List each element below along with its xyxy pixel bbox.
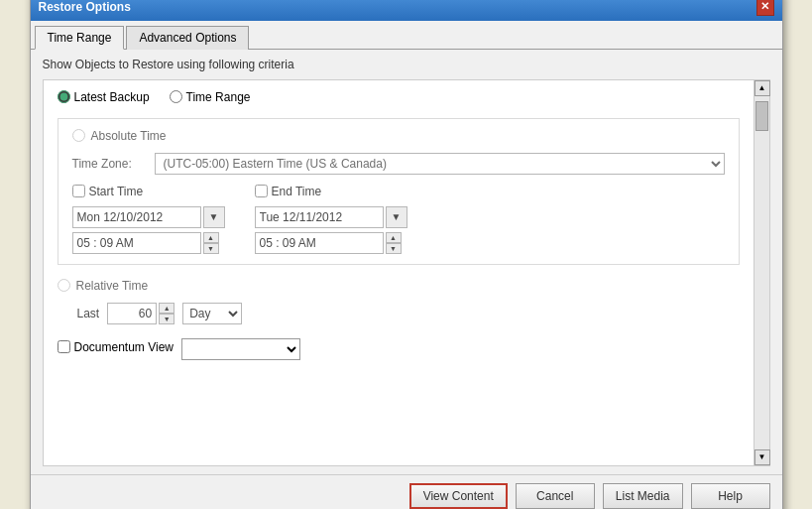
timezone-row: Time Zone: (UTC-05:00) Eastern Time (US … [72, 153, 725, 175]
time-range-radio-label[interactable]: Time Range [170, 90, 251, 104]
end-time-check-label[interactable]: End Time [255, 185, 407, 198]
start-time-check-label[interactable]: Start Time [72, 185, 225, 198]
last-up-button[interactable]: ▲ [159, 303, 174, 314]
cancel-button[interactable]: Cancel [516, 483, 595, 509]
scroll-thumb[interactable] [755, 101, 768, 131]
start-time-down-button[interactable]: ▼ [203, 243, 219, 254]
tabs-row: Time Range Advanced Options [31, 21, 782, 50]
documentum-select[interactable] [181, 338, 300, 360]
end-time-row: ▲ ▼ [255, 232, 407, 254]
end-date-input[interactable] [255, 206, 384, 228]
close-button[interactable]: ✕ [756, 0, 774, 16]
start-time-checkbox[interactable] [72, 185, 85, 197]
help-button[interactable]: Help [691, 483, 770, 509]
last-label: Last [77, 307, 100, 320]
documentum-check-label[interactable]: Documentum View [58, 340, 174, 354]
view-content-button[interactable]: View Content [409, 483, 508, 509]
start-time-input[interactable] [72, 232, 201, 254]
relative-time-title: Relative Time [58, 279, 740, 293]
absolute-time-radio[interactable] [72, 129, 85, 142]
start-time-up-button[interactable]: ▲ [203, 232, 219, 243]
end-time-col: End Time ▼ ▲ ▼ [255, 185, 407, 254]
end-time-down-button[interactable]: ▼ [386, 243, 402, 254]
datetime-row: Start Time ▼ ▲ ▼ [72, 185, 725, 254]
day-select[interactable]: Day Week Month [182, 303, 242, 324]
scroll-up-button[interactable]: ▲ [754, 80, 770, 96]
end-date-dropdown-button[interactable]: ▼ [386, 206, 407, 228]
footer: View Content Cancel List Media Help [31, 474, 782, 510]
relative-time-radio[interactable] [58, 279, 70, 292]
start-date-input[interactable] [72, 206, 201, 228]
end-time-spinner: ▲ ▼ [386, 232, 402, 254]
last-down-button[interactable]: ▼ [159, 314, 174, 324]
documentum-checkbox[interactable] [58, 340, 70, 353]
last-input[interactable] [107, 303, 157, 324]
time-range-radio[interactable] [170, 90, 182, 103]
start-time-row: ▲ ▼ [72, 232, 225, 254]
end-time-input[interactable] [255, 232, 384, 254]
list-media-button[interactable]: List Media [603, 483, 683, 509]
documentum-row: Documentum View [58, 338, 740, 360]
scrollbar: ▲ ▼ [754, 80, 769, 465]
tab-advanced-options[interactable]: Advanced Options [126, 26, 249, 50]
latest-backup-radio-label[interactable]: Latest Backup [58, 90, 150, 104]
restore-type-row: Latest Backup Time Range [58, 90, 740, 104]
end-date-row: ▼ [255, 206, 407, 228]
scroll-track [754, 96, 769, 449]
timezone-label: Time Zone: [72, 157, 147, 171]
absolute-time-section: Absolute Time Time Zone: (UTC-05:00) Eas… [58, 118, 740, 265]
start-date-row: ▼ [72, 206, 225, 228]
content-area: Show Objects to Restore using following … [31, 50, 782, 474]
latest-backup-radio[interactable] [58, 90, 70, 103]
relative-time-section: Relative Time Last ▲ ▼ Day [58, 279, 740, 324]
window-title: Restore Options [39, 0, 131, 14]
start-time-col: Start Time ▼ ▲ ▼ [72, 185, 225, 254]
absolute-time-title: Absolute Time [72, 129, 725, 143]
titlebar: Restore Options ✕ [31, 0, 782, 21]
restore-options-window: Restore Options ✕ Time Range Advanced Op… [30, 0, 783, 509]
criteria-label: Show Objects to Restore using following … [43, 58, 770, 71]
scroll-down-button[interactable]: ▼ [754, 449, 770, 465]
end-time-up-button[interactable]: ▲ [386, 232, 402, 243]
tab-time-range[interactable]: Time Range [35, 26, 125, 50]
last-spinner: ▲ ▼ [159, 303, 174, 324]
panel-content: Latest Backup Time Range Absolute Time [44, 80, 754, 465]
timezone-select[interactable]: (UTC-05:00) Eastern Time (US & Canada) [155, 153, 725, 175]
main-panel: Latest Backup Time Range Absolute Time [43, 79, 770, 466]
relative-inner: Last ▲ ▼ Day Week Month [58, 303, 740, 324]
end-time-checkbox[interactable] [255, 185, 268, 197]
start-date-dropdown-button[interactable]: ▼ [203, 206, 225, 228]
start-time-spinner: ▲ ▼ [203, 232, 219, 254]
